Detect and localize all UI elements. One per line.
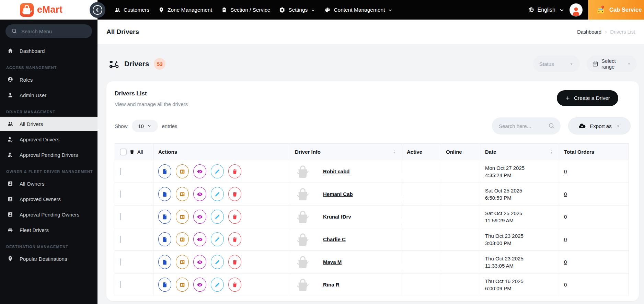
view-button[interactable]	[193, 255, 206, 269]
driver-name-link[interactable]: Hemani Cab	[323, 191, 353, 197]
sidebar-item-roles[interactable]: Roles	[0, 72, 97, 87]
sort-icon[interactable]	[549, 149, 554, 154]
driver-name-link[interactable]: Charlie C	[323, 236, 346, 242]
caret-down-icon	[569, 62, 574, 66]
copy-file-button[interactable]	[158, 232, 171, 246]
brand-logo[interactable]: eMart	[0, 0, 97, 20]
total-orders-link[interactable]: 0	[564, 191, 567, 197]
sidebar-item-approval-pending-drivers[interactable]: Approval Pending Drivers	[0, 148, 97, 162]
sidebar-section-access-management: ACCESS MANAGEMENT	[6, 66, 91, 70]
table-row: Rina R Thu Oct 16 20256:00:09 PM 0	[115, 273, 629, 296]
palette-icon	[324, 7, 331, 13]
breadcrumb-dashboard[interactable]: Dashboard	[577, 29, 601, 35]
edit-button[interactable]	[211, 210, 224, 224]
arrow-left-icon	[93, 5, 102, 15]
page-header: All Drivers Dashboard › Drivers List	[97, 20, 644, 44]
delete-button[interactable]	[228, 187, 241, 201]
delete-button[interactable]	[228, 210, 241, 224]
nav-item-zone-management[interactable]: Zone Management	[158, 7, 212, 13]
driver-avatar	[295, 164, 311, 179]
person-check-icon	[7, 136, 14, 142]
view-button[interactable]	[193, 278, 206, 292]
page-title: All Drivers	[106, 28, 139, 36]
create-driver-button[interactable]: Create a Driver	[557, 90, 618, 106]
edit-button[interactable]	[211, 278, 224, 292]
driver-name-link[interactable]: Maya M	[323, 259, 342, 265]
row-checkbox[interactable]	[120, 190, 121, 198]
sidebar-item-fleet-drivers[interactable]: Fleet Drivers	[0, 223, 97, 237]
copy-file-button[interactable]	[158, 210, 171, 224]
id-card-button[interactable]	[176, 164, 189, 178]
nav-item-customers[interactable]: Customers	[114, 7, 149, 13]
sidebar-item-approval-pending-owners[interactable]: Approval Pending Owners	[0, 207, 97, 222]
delete-button[interactable]	[228, 255, 241, 269]
copy-file-button[interactable]	[158, 255, 171, 269]
row-checkbox[interactable]	[120, 236, 121, 243]
driver-name-link[interactable]: Rina R	[323, 282, 340, 288]
people-icon	[114, 7, 120, 13]
export-as-button[interactable]: Export as	[568, 117, 631, 135]
bulk-delete-icon[interactable]	[129, 149, 135, 154]
table-row: Krunal fDrv Sat Oct 25 202511:59:29 AM 0	[115, 206, 629, 228]
date-range-button[interactable]: Select range	[587, 55, 637, 72]
row-checkbox[interactable]	[120, 281, 121, 288]
sidebar-item-approved-drivers[interactable]: Approved Drivers	[0, 132, 97, 147]
edit-button[interactable]	[211, 255, 224, 269]
nav-item-settings[interactable]: Settings	[279, 7, 315, 13]
delete-button[interactable]	[228, 164, 241, 178]
sort-icon[interactable]	[392, 149, 397, 154]
id-card-button[interactable]	[176, 232, 189, 246]
driver-name-link[interactable]: Krunal fDrv	[323, 214, 351, 220]
nav-item-content-management[interactable]: Content Management	[324, 7, 393, 13]
delete-button[interactable]	[228, 278, 241, 292]
user-avatar[interactable]	[570, 3, 583, 16]
sidebar-item-admin-user[interactable]: Admin User	[0, 88, 97, 102]
sidebar-item-dashboard[interactable]: Dashboard	[0, 44, 97, 58]
view-button[interactable]	[193, 210, 206, 224]
edit-button[interactable]	[211, 187, 224, 201]
status-filter-select[interactable]: Status	[533, 55, 580, 72]
breadcrumb: Dashboard › Drivers List	[577, 29, 635, 35]
view-button[interactable]	[193, 164, 206, 178]
total-orders-link[interactable]: 0	[564, 259, 567, 265]
id-card-button[interactable]	[176, 278, 189, 292]
range-label: Select range	[601, 58, 624, 70]
copy-file-button[interactable]	[158, 164, 171, 178]
total-orders-link[interactable]: 0	[564, 214, 567, 220]
col-driver-info[interactable]: Driver Info	[290, 144, 402, 160]
id-card-button[interactable]	[176, 255, 189, 269]
edit-button[interactable]	[211, 164, 224, 178]
cab-service-module[interactable]: Cab Service	[588, 0, 644, 20]
driver-name-link[interactable]: Rohit cabd	[323, 168, 350, 174]
row-checkbox[interactable]	[120, 258, 121, 266]
total-orders-link[interactable]: 0	[564, 282, 567, 288]
copy-file-button[interactable]	[158, 278, 171, 292]
row-checkbox[interactable]	[120, 168, 121, 175]
language-selector[interactable]: English	[528, 7, 565, 13]
driver-avatar	[295, 186, 311, 202]
sidebar-item-all-owners[interactable]: All Owners	[0, 176, 97, 191]
id-card-button[interactable]	[176, 210, 189, 224]
view-button[interactable]	[193, 232, 206, 246]
emart-logo-icon	[20, 3, 34, 17]
breadcrumb-separator: ›	[605, 29, 607, 35]
delete-button[interactable]	[228, 232, 241, 246]
edit-button[interactable]	[211, 232, 224, 246]
total-orders-link[interactable]: 0	[564, 168, 567, 174]
sidebar-item-popular-destinations[interactable]: Popular Destinations	[0, 252, 97, 266]
entries-per-page-select[interactable]: 10	[132, 120, 158, 132]
nav-item-section-service[interactable]: Section / Service	[221, 7, 270, 13]
col-date[interactable]: Date	[480, 144, 559, 160]
row-checkbox[interactable]	[120, 213, 121, 220]
date-cell: Thu Oct 23 20253:03:00 PM	[480, 228, 559, 251]
total-orders-link[interactable]: 0	[564, 236, 567, 242]
copy-file-button[interactable]	[158, 187, 171, 201]
select-all-checkbox[interactable]	[120, 149, 127, 155]
sidebar-collapse-button[interactable]	[90, 2, 105, 18]
view-button[interactable]	[193, 187, 206, 201]
sidebar-item-all-drivers[interactable]: All Drivers	[0, 117, 97, 131]
sidebar-item-approved-owners[interactable]: Approved Owners	[0, 192, 97, 206]
caret-down-icon	[627, 62, 631, 66]
sidebar-search-input[interactable]	[5, 24, 92, 38]
id-card-button[interactable]	[176, 187, 189, 201]
